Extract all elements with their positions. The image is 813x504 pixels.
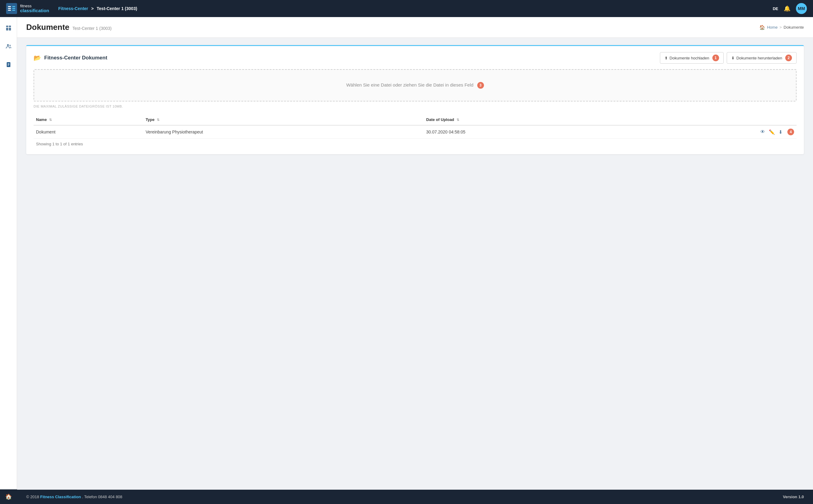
download-button-label: Dokumente herunterladen — [737, 56, 782, 60]
card-title: Fitness-Center Dokument — [44, 55, 107, 61]
sidebar-item-dashboard[interactable] — [2, 22, 15, 34]
breadcrumb-home-link[interactable]: Home — [767, 25, 778, 30]
svg-rect-14 — [8, 63, 9, 64]
svg-rect-2 — [8, 8, 11, 9]
logo-top: fitness — [20, 4, 49, 8]
edit-icon[interactable]: ✏️ — [769, 129, 775, 135]
download-badge: 2 — [785, 55, 792, 61]
svg-rect-8 — [9, 26, 11, 27]
footer-brand-link[interactable]: Fitness Classification — [40, 495, 81, 499]
col-header-date: Date of Upload ⇅ — [424, 114, 623, 125]
table-row: Dokument Vereinbarung Physiotherapeut 30… — [34, 125, 797, 139]
svg-rect-16 — [8, 65, 9, 66]
view-icon[interactable]: 👁 — [760, 129, 765, 135]
dropzone[interactable]: Wählen Sie eine Datei oder ziehen Sie di… — [34, 69, 797, 101]
breadcrumb-current: Test-Center 1 (3003) — [97, 6, 137, 11]
lang-button[interactable]: DE — [773, 6, 778, 11]
main-content: Dokumente Test-Center 1 (3003) 🏠 Home > … — [17, 17, 813, 504]
logo-icon — [6, 3, 17, 14]
cell-actions: 👁 ✏️ ⬇ 4 — [622, 125, 797, 139]
documents-table: Name ⇅ Type ⇅ Date of Upload ⇅ — [34, 114, 797, 139]
sidebar: 🏠 — [0, 17, 17, 504]
max-size-label: DIE MAXIMAL ZULÄSSIGE DATEIGRÖSSE IST 10… — [34, 105, 797, 108]
home-icon: 🏠 — [759, 25, 765, 30]
sort-date-icon[interactable]: ⇅ — [456, 118, 459, 122]
svg-rect-1 — [8, 6, 11, 7]
upload-button-label: Dokumente hochladen — [670, 56, 709, 60]
footer: © 2018 Fitness Classification . Telefon … — [17, 490, 813, 504]
breadcrumb: 🏠 Home > Dokumente — [759, 25, 804, 30]
table-footer: Showing 1 to 1 of 1 entries — [34, 139, 797, 147]
col-header-type: Type ⇅ — [143, 114, 424, 125]
upload-button[interactable]: ⬆ Dokumente hochladen 1 — [660, 52, 724, 64]
sidebar-home-icon[interactable]: 🏠 — [0, 489, 17, 504]
card-actions: ⬆ Dokumente hochladen 1 ⬇ Dokumente heru… — [660, 52, 797, 64]
download-icon: ⬇ — [731, 56, 735, 60]
table-header-row: Name ⇅ Type ⇅ Date of Upload ⇅ — [34, 114, 797, 125]
svg-rect-5 — [12, 8, 15, 9]
breadcrumb-fitness-center[interactable]: Fitness-Center — [58, 6, 88, 11]
copyright-text: © 2018 — [26, 495, 39, 499]
svg-rect-4 — [12, 6, 15, 7]
logo-bottom: classification — [20, 8, 49, 13]
cell-date: 30.07.2020 04:58:05 — [424, 125, 623, 139]
topbar-breadcrumb: Fitness-Center > Test-Center 1 (3003) — [58, 6, 773, 11]
col-header-actions — [622, 114, 797, 125]
sidebar-item-documents[interactable] — [2, 59, 15, 71]
page-subtitle: Test-Center 1 (3003) — [73, 26, 112, 31]
avatar[interactable]: MM — [796, 3, 807, 14]
topbar: fitness classification Fitness-Center > … — [0, 0, 813, 17]
dropzone-text: Wählen Sie eine Datei oder ziehen Sie di… — [346, 82, 473, 87]
footer-copyright: © 2018 Fitness Classification . Telefon … — [26, 495, 122, 499]
download-row-icon[interactable]: ⬇ — [779, 129, 783, 135]
sort-type-icon[interactable]: ⇅ — [157, 118, 159, 122]
svg-rect-3 — [8, 10, 11, 11]
download-button[interactable]: ⬇ Dokumente herunterladen 2 — [727, 52, 797, 64]
layout: 🏠 Dokumente Test-Center 1 (3003) 🏠 Home … — [0, 17, 813, 504]
page-header: Dokumente Test-Center 1 (3003) 🏠 Home > … — [17, 17, 813, 38]
svg-rect-15 — [8, 64, 9, 65]
upload-icon: ⬆ — [665, 56, 668, 60]
upload-badge: 1 — [712, 55, 719, 61]
page-title: Dokumente — [26, 23, 69, 32]
svg-rect-6 — [12, 10, 15, 11]
row-badge: 4 — [787, 129, 794, 135]
svg-rect-7 — [6, 26, 8, 27]
svg-point-12 — [9, 45, 11, 46]
logo: fitness classification — [6, 3, 49, 14]
footer-contact: . Telefon 0848 404 808 — [82, 495, 122, 499]
svg-rect-9 — [6, 28, 8, 30]
page-body: 📂 Fitness-Center Dokument ⬆ Dokumente ho… — [17, 38, 813, 490]
breadcrumb-current-page: Dokumente — [784, 25, 804, 30]
cell-name: Dokument — [34, 125, 143, 139]
breadcrumb-sep: > — [779, 25, 782, 30]
sidebar-item-users[interactable] — [2, 40, 15, 52]
dropzone-badge: 3 — [477, 82, 484, 89]
version-text: Version 1.0 — [783, 495, 804, 499]
bell-icon[interactable]: 🔔 — [784, 5, 790, 12]
cell-type: Vereinbarung Physiotherapeut — [143, 125, 424, 139]
col-header-name: Name ⇅ — [34, 114, 143, 125]
svg-point-11 — [7, 44, 9, 46]
documents-card: 📂 Fitness-Center Dokument ⬆ Dokumente ho… — [26, 45, 804, 154]
svg-rect-10 — [9, 28, 11, 30]
sort-name-icon[interactable]: ⇅ — [49, 118, 52, 122]
svg-rect-0 — [6, 3, 17, 14]
breadcrumb-separator: > — [91, 6, 94, 11]
folder-icon: 📂 — [34, 54, 41, 62]
topbar-right: DE 🔔 MM — [773, 3, 807, 14]
card-header: 📂 Fitness-Center Dokument ⬆ Dokumente ho… — [34, 52, 797, 64]
